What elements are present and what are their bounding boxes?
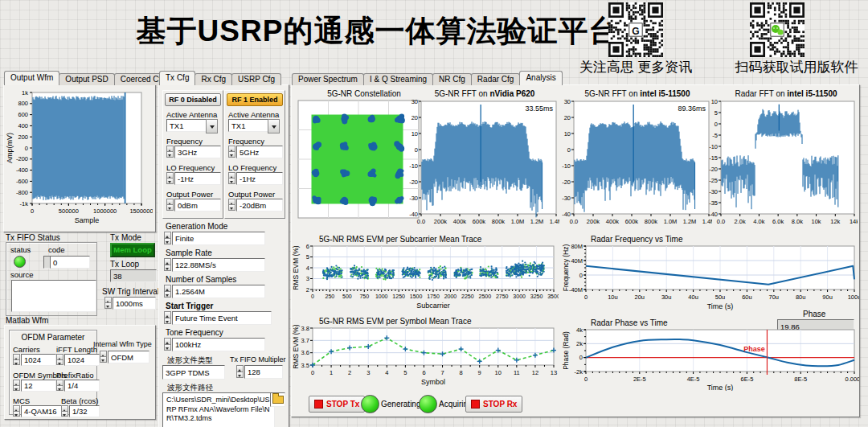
labview-front-panel: 基于USRP的通感一体算法验证平台 G 关注高思 更多资讯 扫码获取试用版软件 … xyxy=(0,0,868,427)
stop-tx-button[interactable]: STOP Tx xyxy=(309,396,365,413)
beta-stepper[interactable] xyxy=(61,405,68,417)
left-panel-tabs: Output WfmOutput PSDCoerced Cfg xyxy=(4,72,171,85)
rf1-output-power-field[interactable]: -20dBm xyxy=(236,199,283,211)
svg-text:2000: 2000 xyxy=(444,294,457,299)
sw-trig-input[interactable]: 1000ms xyxy=(113,297,156,310)
rf0-output-power-field[interactable]: 0dBm xyxy=(174,199,221,211)
svg-text:3500: 3500 xyxy=(547,294,559,299)
rf0-power-stepper[interactable] xyxy=(166,199,174,211)
generating-label: Generating xyxy=(381,400,420,409)
rf1-lo-stepper[interactable] xyxy=(228,172,235,184)
status-led xyxy=(14,256,26,268)
tab-analysis[interactable]: Analysis xyxy=(519,71,562,85)
svg-text:1250: 1250 xyxy=(392,294,405,299)
ofdm-symbols-stepper[interactable] xyxy=(13,380,20,391)
rf0-lo-stepper[interactable] xyxy=(166,172,174,184)
rf1-active-antenna-select[interactable]: TX1 xyxy=(228,119,272,132)
prefix-ratio-stepper[interactable] xyxy=(56,380,63,391)
source-field[interactable] xyxy=(11,280,96,312)
rf0-lo-frequency-field[interactable]: -1Hz xyxy=(174,172,221,185)
tone-frequency-field[interactable]: 100kHz xyxy=(172,338,265,351)
svg-text:10u: 10u xyxy=(608,294,618,301)
rf1-power-stepper[interactable] xyxy=(228,199,235,211)
ifft-length-field[interactable]: 1024 xyxy=(64,354,100,366)
svg-text:2500: 2500 xyxy=(478,294,491,299)
svg-text:0: 0 xyxy=(714,121,718,128)
tab-output-wfm[interactable]: Output Wfm xyxy=(4,71,59,85)
qr-code-gaosi-icon: G xyxy=(608,2,663,57)
sample-rate-label: Sample Rate xyxy=(166,248,212,257)
wfm-file-type-field[interactable]: 3GPP TDMS xyxy=(162,365,225,380)
sample-rate-stepper[interactable] xyxy=(164,258,171,271)
generation-mode-stepper[interactable] xyxy=(164,232,171,244)
rf0-antenna-dropdown-icon[interactable] xyxy=(206,119,218,133)
rf1-lo-frequency-field[interactable]: -1Hz xyxy=(236,172,283,185)
ifft-stepper[interactable] xyxy=(56,354,63,365)
generation-mode-field[interactable]: Finite xyxy=(172,232,265,245)
rf1-frequency-stepper[interactable] xyxy=(228,146,235,158)
tone-frequency-stepper[interactable] xyxy=(164,338,171,351)
svg-text:400k: 400k xyxy=(606,218,620,225)
mcs-field[interactable]: 4-QAM16 xyxy=(21,405,63,417)
rf1-antenna-dropdown-icon[interactable] xyxy=(268,119,280,133)
mem-loop-button[interactable]: Mem Loop xyxy=(110,243,155,257)
beta-field[interactable]: 1/32 xyxy=(69,405,100,417)
browse-folder-button[interactable] xyxy=(270,392,285,407)
tx-fifo-multipler-field[interactable]: 128 xyxy=(244,365,283,379)
tab-i-q-streaming[interactable]: I & Q Streaming xyxy=(363,73,433,85)
tx-fifo-multipler-stepper[interactable] xyxy=(236,365,244,378)
mcs-stepper[interactable] xyxy=(13,405,20,417)
rf0-frequency-field[interactable]: 3GHz xyxy=(174,146,221,158)
stop-rx-button[interactable]: STOP Rx xyxy=(465,396,522,413)
carriers-stepper[interactable] xyxy=(13,354,20,365)
tab-nr-cfg[interactable]: NR Cfg xyxy=(432,73,472,85)
rf1-toggle-button[interactable]: RF 1 Enabled xyxy=(227,93,283,106)
rf0-frequency-stepper[interactable] xyxy=(166,146,174,158)
nr-fft-gpu-graph: 3020100-10-20-30-400.0200k400k600k800k1.… xyxy=(405,95,559,227)
waveform-path-field[interactable]: C:\Users\SDR_mini\Desktop\USRP RFmx ANA\… xyxy=(162,392,275,427)
tab-output-psd[interactable]: Output PSD xyxy=(59,73,114,85)
sw-trig-stepper[interactable] xyxy=(104,297,112,309)
sample-rate-field[interactable]: 122.88MS/s xyxy=(172,258,265,272)
sw-trig-interval-label: SW Trig Interval xyxy=(102,287,159,296)
matlab-wfm-panel: OFDM Parameter Carriers 1024 iFFT Length… xyxy=(4,325,156,420)
tab-radar-cfg[interactable]: Radar Cfg xyxy=(471,73,521,85)
tab-rx-cfg[interactable]: Rx Cfg xyxy=(194,73,232,85)
tab-power-spectrum[interactable]: Power Spectrum xyxy=(292,73,364,85)
qr-caption-right: 扫码获取试用版软件 xyxy=(726,58,867,76)
svg-text:0.0: 0.0 xyxy=(417,218,425,225)
start-trigger-field[interactable]: Future Time Event xyxy=(172,311,272,325)
number-of-samples-field[interactable]: 1.2564M xyxy=(172,285,265,298)
svg-text:7: 7 xyxy=(440,369,444,376)
carriers-field[interactable]: 1024 xyxy=(21,354,56,366)
svg-text:800: 800 xyxy=(18,100,28,107)
svg-text:5: 5 xyxy=(306,253,309,261)
beta-rcos-label: Beta (rcos) xyxy=(61,396,98,405)
internal-wfm-type-field[interactable]: OFDM xyxy=(108,351,149,363)
rf0-toggle-button[interactable]: RF 0 Disabled xyxy=(165,93,221,106)
start-trigger-stepper[interactable] xyxy=(164,311,171,324)
ofdm-parameter-label: OFDM Parameter xyxy=(10,333,96,342)
svg-text:3: 3 xyxy=(366,369,370,376)
svg-text:0: 0 xyxy=(311,294,314,299)
ofdm-symbols-field[interactable]: 12 xyxy=(21,380,56,392)
internal-wfm-stepper[interactable] xyxy=(100,351,107,363)
svg-text:10: 10 xyxy=(411,130,418,138)
number-of-samples-stepper[interactable] xyxy=(164,285,171,298)
rf0-active-antenna-select[interactable]: TX1 xyxy=(166,119,210,132)
svg-text:3.7: 3.7 xyxy=(301,337,309,344)
rf0-active-antenna-label: Active Antenna xyxy=(166,110,217,119)
qr-caption-left: 关注高思 更多资讯 xyxy=(575,58,696,76)
svg-text:-800: -800 xyxy=(16,189,28,196)
code-field[interactable]: 0 xyxy=(50,256,90,269)
tab-usrp-cfg[interactable]: USRP Cfg xyxy=(231,73,281,85)
tab-tx-cfg[interactable]: Tx Cfg xyxy=(159,71,195,85)
svg-text:20: 20 xyxy=(564,114,571,121)
ifft-length-label: iFFT Length xyxy=(56,345,97,354)
svg-text:200k: 200k xyxy=(587,218,600,225)
prefix-ratio-field[interactable]: 1/4 xyxy=(64,380,100,392)
svg-text:13: 13 xyxy=(551,369,557,376)
svg-text:500: 500 xyxy=(342,294,352,299)
svg-text:9: 9 xyxy=(478,369,481,376)
rf1-frequency-field[interactable]: 5GHz xyxy=(236,146,283,158)
